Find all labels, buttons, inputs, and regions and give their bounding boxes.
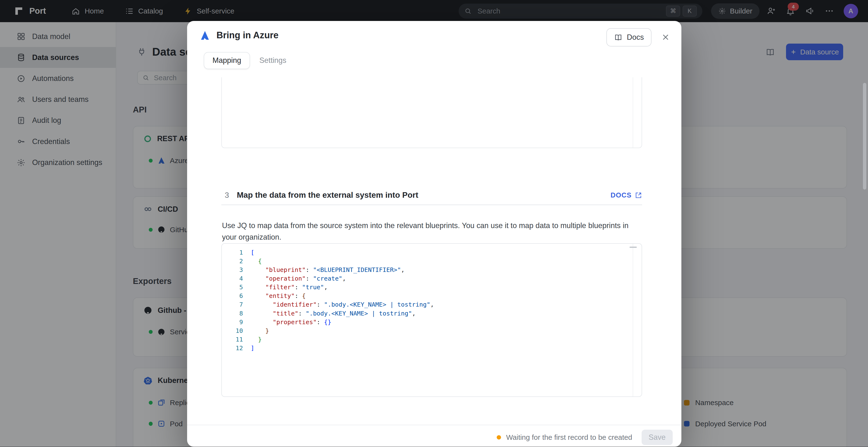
previous-editor-bottom[interactable]: [221, 77, 642, 148]
editor-minimap-divider: [633, 244, 633, 397]
book-icon: [614, 33, 622, 41]
page-scrollbar[interactable]: [863, 83, 866, 190]
save-button[interactable]: Save: [642, 429, 673, 445]
docs-button[interactable]: Docs: [607, 28, 651, 46]
modal-tabs: Mapping Settings: [204, 52, 296, 69]
modal-header: Bring in Azure: [199, 30, 279, 41]
waiting-status-text: Waiting for the first record to be creat…: [506, 433, 632, 442]
screen: Port Home Catalog Self-service: [0, 0, 868, 447]
step-divider: [221, 204, 642, 205]
modal-footer: Waiting for the first record to be creat…: [187, 427, 681, 447]
tab-settings[interactable]: Settings: [250, 52, 296, 69]
waiting-status-dot: [497, 435, 501, 440]
step-description: Use JQ to map data from the source syste…: [222, 220, 634, 243]
footer-divider: [187, 424, 681, 425]
tab-mapping[interactable]: Mapping: [204, 52, 250, 69]
modal-title: Bring in Azure: [217, 30, 278, 40]
code-lines[interactable]: [ { "blueprint": "<BLUEPRINT_IDENTIFIER>…: [251, 248, 434, 353]
bring-in-azure-modal: Bring in Azure Docs Mapping Settings 3 M…: [187, 21, 681, 447]
step-title: Map the data from the external system in…: [237, 191, 418, 200]
code-gutter: 123456789101112: [222, 248, 248, 353]
step-docs-link[interactable]: DOCS: [611, 191, 642, 199]
azure-icon: [199, 30, 211, 41]
editor-minimap-divider: [633, 77, 633, 148]
jq-mapping-editor[interactable]: 123456789101112 [ { "blueprint": "<BLUEP…: [221, 243, 642, 397]
external-link-icon: [635, 192, 642, 199]
step-header: 3 Map the data from the external system …: [221, 189, 642, 201]
step-number: 3: [221, 191, 229, 200]
close-icon[interactable]: [661, 33, 670, 42]
minimap-slider[interactable]: [629, 247, 637, 248]
